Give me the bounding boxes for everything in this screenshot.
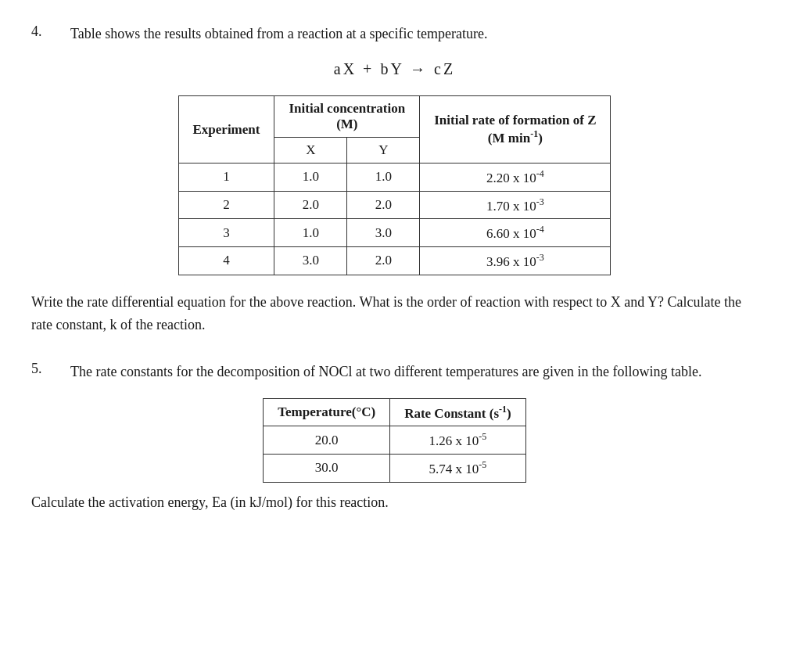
cell-rate-4: 3.96 x 10-3 — [420, 246, 611, 275]
cell-rateconst-2: 5.74 x 10-5 — [390, 455, 526, 483]
cell-exp-3: 3 — [178, 219, 274, 247]
cell-rate-3: 6.60 x 10-4 — [420, 219, 611, 247]
col-initial-rate-header: Initial rate of formation of Z(M min-1) — [420, 96, 611, 164]
cell-exp-2: 2 — [178, 191, 274, 219]
cell-x-3: 1.0 — [274, 219, 347, 247]
question-4-text: Table shows the results obtained from a … — [70, 23, 488, 45]
chemical-equation: aX + bY → cZ — [31, 60, 758, 78]
cell-y-4: 2.0 — [347, 246, 420, 275]
cell-y-3: 3.0 — [347, 219, 420, 247]
col-rate-const-header: Rate Constant (s-1) — [390, 398, 526, 426]
question-5-number: 5. — [31, 361, 55, 377]
table-2: Temperature(°C) Rate Constant (s-1) 20.0… — [263, 398, 525, 483]
cell-y-2: 2.0 — [347, 191, 420, 219]
question-5-block: 5. The rate constants for the decomposit… — [31, 361, 758, 513]
cell-y-1: 1.0 — [347, 164, 420, 192]
question-4-followup: Write the rate differential equation for… — [31, 291, 758, 337]
col-y-header: Y — [347, 138, 420, 164]
calc-text: Calculate the activation energy, Ea (in … — [31, 494, 389, 510]
question-4-number: 4. — [31, 23, 55, 40]
col-x-header: X — [274, 138, 347, 164]
page-content: 4. Table shows the results obtained from… — [31, 23, 758, 513]
col-temp-header: Temperature(°C) — [264, 398, 390, 426]
cell-rate-2: 1.70 x 10-3 — [420, 191, 611, 219]
equation-text: aX + bY → cZ — [334, 60, 455, 77]
table-row: 1 1.0 1.0 2.20 x 10-4 — [178, 164, 611, 192]
question-5-header: 5. The rate constants for the decomposit… — [31, 361, 758, 384]
cell-x-4: 3.0 — [274, 246, 347, 275]
question-5-text: The rate constants for the decomposition… — [70, 361, 701, 384]
table-row: 4 3.0 2.0 3.96 x 10-3 — [178, 246, 611, 275]
cell-x-2: 2.0 — [274, 191, 347, 219]
col-initial-concentration-header: Initial concentration(M) — [274, 96, 420, 138]
cell-temp-1: 20.0 — [264, 426, 390, 455]
table-2-wrapper: Temperature(°C) Rate Constant (s-1) 20.0… — [31, 398, 758, 483]
cell-temp-2: 30.0 — [264, 455, 390, 483]
col-experiment-header: Experiment — [178, 96, 274, 164]
table-1: Experiment Initial concentration(M) Init… — [178, 95, 611, 275]
question-4-header: 4. Table shows the results obtained from… — [31, 23, 758, 45]
question-5-calc: Calculate the activation energy, Ea (in … — [31, 492, 758, 513]
table-row: 20.0 1.26 x 10-5 — [264, 426, 525, 455]
cell-rate-1: 2.20 x 10-4 — [420, 164, 611, 192]
question-4-block: 4. Table shows the results obtained from… — [31, 23, 758, 337]
table-row: 3 1.0 3.0 6.60 x 10-4 — [178, 219, 611, 247]
cell-exp-4: 4 — [178, 246, 274, 275]
cell-x-1: 1.0 — [274, 164, 347, 192]
followup-content: Write the rate differential equation for… — [31, 294, 741, 333]
table-row: 2 2.0 2.0 1.70 x 10-3 — [178, 191, 611, 219]
table-1-wrapper: Experiment Initial concentration(M) Init… — [31, 95, 758, 275]
cell-exp-1: 1 — [178, 164, 274, 192]
table-row: 30.0 5.74 x 10-5 — [264, 455, 525, 483]
cell-rateconst-1: 1.26 x 10-5 — [390, 426, 526, 455]
